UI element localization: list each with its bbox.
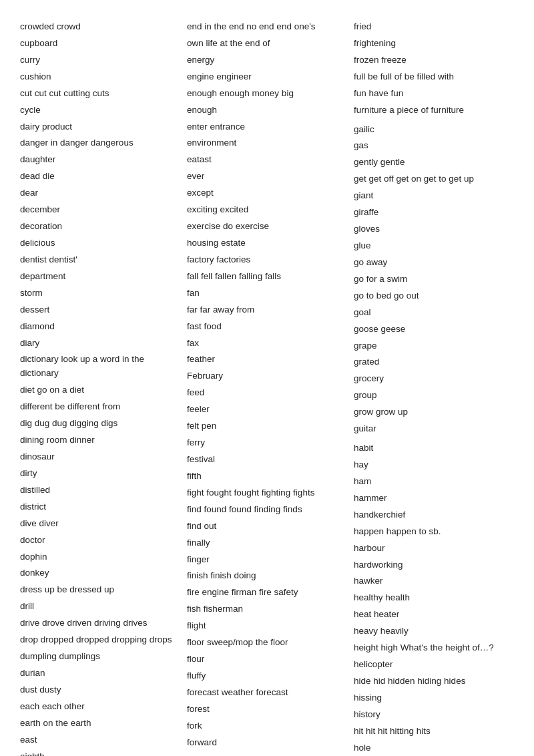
list-item: dining room dinner [20, 433, 180, 447]
list-item: december [20, 203, 180, 217]
list-item: felt pen [187, 419, 347, 433]
list-item: forecast weather forecast [187, 686, 347, 700]
list-item: factory factories [187, 253, 347, 267]
list-item: festival [187, 453, 347, 467]
list-item: enough enough money big [187, 87, 347, 101]
list-item: far far away from [187, 303, 347, 317]
list-item: hole [354, 741, 514, 755]
list-item: habit [354, 441, 514, 455]
list-item: dophin [20, 550, 180, 564]
list-item: except [187, 186, 347, 200]
list-item: doctor [20, 534, 180, 548]
list-item: handkerchief [354, 508, 514, 522]
list-item: ever [187, 170, 347, 184]
list-item: hissing [354, 691, 514, 705]
list-item: harbour [354, 542, 514, 556]
list-item: end in the end no end end one's [187, 20, 347, 34]
list-item: February [187, 369, 347, 383]
list-item: finger [187, 553, 347, 567]
list-item: donkey [20, 566, 180, 580]
list-item: energy [187, 53, 347, 67]
list-item: distilled [20, 484, 180, 498]
list-item: giant [354, 189, 514, 203]
word-list-columns: crowded crowdcupboardcurrycushioncut cut… [20, 20, 514, 756]
list-item: earth on the earth [20, 717, 180, 731]
list-item: goal [354, 306, 514, 320]
column-1: crowded crowdcupboardcurrycushioncut cut… [20, 20, 180, 756]
list-item: drop dropped dropped dropping drops [20, 633, 180, 647]
list-item: eatast [187, 153, 347, 167]
list-item: hawker [354, 574, 514, 588]
list-item: crowded crowd [20, 20, 180, 34]
list-item: hit hit hit hitting hits [354, 725, 514, 739]
list-item: gas [354, 139, 514, 153]
list-item: fish fisherman [187, 602, 347, 616]
list-item: helicopter [354, 658, 514, 672]
list-item: fire engine firman fire safety [187, 586, 347, 600]
list-item: own life at the end of [187, 37, 347, 51]
list-item: furniture a piece of furniture [354, 104, 514, 118]
list-item: dentist dentist' [20, 253, 180, 267]
list-item: ham [354, 475, 514, 489]
list-item: storm [20, 287, 180, 301]
column-3: friedfrighteningfrozen freezefull be ful… [354, 20, 514, 756]
list-item: cycle [20, 104, 180, 118]
list-item: exciting excited [187, 203, 347, 217]
list-item: dumpling dumplings [20, 650, 180, 664]
list-item: go for a swim [354, 272, 514, 287]
list-item: curry [20, 53, 180, 67]
list-item: feed [187, 386, 347, 400]
list-item: cushion [20, 70, 180, 84]
list-item: giraffe [354, 206, 514, 220]
list-item: happen happen to sb. [354, 525, 514, 539]
list-item: drive drove driven driving drives [20, 616, 180, 630]
list-item: drill [20, 600, 180, 614]
list-item: durian [20, 667, 180, 681]
list-item: floor sweep/mop the floor [187, 636, 347, 650]
list-item: flour [187, 652, 347, 667]
list-item: fountain [187, 753, 347, 756]
list-item: hardworking [354, 558, 514, 572]
list-item: delicious [20, 236, 180, 250]
list-item: dress up be dressed up [20, 583, 180, 597]
list-item: find out [187, 520, 347, 534]
list-item: dead die [20, 170, 180, 184]
list-item: go away [354, 256, 514, 270]
list-item: danger in danger dangerous [20, 136, 180, 150]
list-item: dive diver [20, 517, 180, 531]
list-item: glue [354, 239, 514, 253]
list-item: dictionary look up a word in the diction… [20, 353, 180, 381]
list-item: enter entrance [187, 120, 347, 134]
list-item: grape [354, 339, 514, 353]
list-item: flight [187, 619, 347, 633]
list-item: fight fought fought fighting fights [187, 486, 347, 500]
list-item: enough [187, 104, 347, 118]
list-item: healthy health [354, 591, 514, 605]
list-item: housing estate [187, 236, 347, 250]
list-item: environment [187, 136, 347, 150]
list-item: district [20, 500, 180, 514]
list-item: dessert [20, 303, 180, 317]
list-item: grated [354, 355, 514, 369]
list-item: frightening [354, 37, 514, 51]
list-item: fluffy [187, 669, 347, 683]
list-item: dinosaur [20, 450, 180, 464]
list-item: heavy heavily [354, 624, 514, 638]
list-item: dear [20, 186, 180, 200]
list-item: grow grow up [354, 405, 514, 419]
list-item: guitar [354, 422, 514, 436]
list-item: fun have fun [354, 87, 514, 101]
list-item: feeler [187, 403, 347, 417]
list-item: each each other [20, 700, 180, 714]
list-item: frozen freeze [354, 53, 514, 67]
list-item: forward [187, 736, 347, 750]
list-item: fifth [187, 469, 347, 484]
list-item: goose geese [354, 323, 514, 337]
list-item: diary [20, 337, 180, 351]
list-item: exercise do exercise [187, 220, 347, 234]
list-item: diet go on a diet [20, 383, 180, 397]
list-item: dig dug dug digging digs [20, 417, 180, 431]
list-item: gently gentle [354, 156, 514, 170]
list-item: fax [187, 337, 347, 351]
list-item: group [354, 389, 514, 403]
